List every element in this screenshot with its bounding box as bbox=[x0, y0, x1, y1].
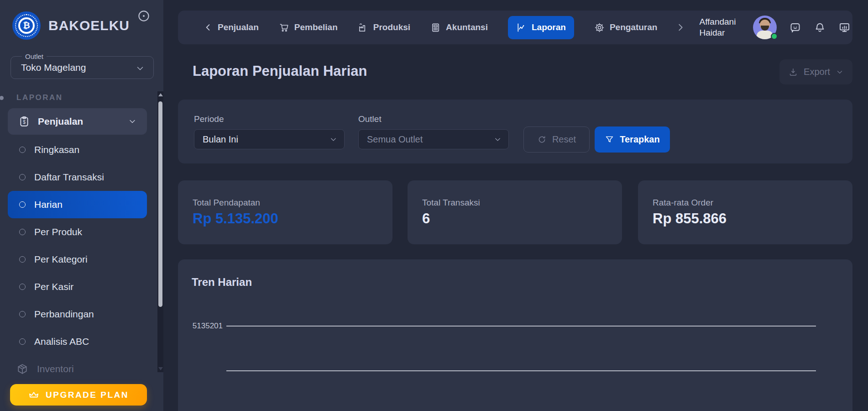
stat-card-total-pendapatan: Total Pendapatan Rp 5.135.200 bbox=[178, 180, 392, 244]
factory-icon bbox=[358, 22, 368, 33]
reset-button[interactable]: Reset bbox=[523, 126, 590, 153]
scrollbar-thumb[interactable] bbox=[158, 101, 162, 307]
radio-circle-icon bbox=[19, 338, 26, 345]
radio-circle-icon bbox=[19, 311, 26, 317]
periode-select[interactable]: Bulan Ini bbox=[194, 129, 345, 149]
filter-funnel-icon bbox=[605, 135, 614, 144]
y-axis-tick-label: 5135201 bbox=[182, 321, 223, 331]
refresh-icon bbox=[537, 135, 547, 144]
sidebar-item-ringkasan[interactable]: Ringkasan bbox=[0, 136, 163, 163]
outlet-select[interactable]: Semua Outlet bbox=[358, 129, 509, 149]
stat-value: 6 bbox=[422, 211, 430, 227]
nav-scroll-right-icon[interactable] bbox=[675, 22, 685, 32]
sidebar-item-label: Penjualan bbox=[38, 116, 83, 127]
crown-icon bbox=[28, 390, 39, 400]
outlet-filter-label: Outlet bbox=[358, 114, 382, 124]
terapkan-button[interactable]: Terapkan bbox=[595, 126, 670, 153]
bitcoin-glyph-icon: ₿ bbox=[20, 19, 33, 32]
periode-label: Periode bbox=[194, 114, 224, 124]
svg-text:$: $ bbox=[23, 120, 26, 125]
sidebar-item-harian[interactable]: Harian bbox=[8, 191, 147, 218]
reset-label: Reset bbox=[552, 134, 576, 145]
brand: ₿ BAKOELKU bbox=[12, 11, 154, 40]
daily-trend-chart-card: Tren Harian 5135201 bbox=[178, 259, 852, 411]
brand-logo-icon: ₿ bbox=[12, 11, 41, 40]
chart-title: Tren Harian bbox=[192, 276, 252, 289]
dashboard-monitor-icon[interactable] bbox=[838, 21, 851, 34]
chevron-down-icon bbox=[135, 63, 145, 74]
sidebar-item-analisis-abc[interactable]: Analisis ABC bbox=[0, 328, 163, 355]
avatar[interactable] bbox=[753, 16, 777, 39]
sidebar-item-per-produk[interactable]: Per Produk bbox=[0, 218, 163, 246]
radio-circle-icon bbox=[19, 201, 26, 208]
sidebar-item-perbandingan[interactable]: Perbandingan bbox=[0, 300, 163, 328]
upgrade-plan-button[interactable]: UPGRADE PLAN bbox=[10, 384, 147, 406]
sidebar-item-per-kategori[interactable]: Per Kategori bbox=[0, 246, 163, 273]
stat-label: Rata-rata Order bbox=[653, 198, 713, 208]
top-navigation-bar: Penjualan Pembelian Produksi Akuntansi L… bbox=[178, 11, 852, 44]
cart-icon bbox=[279, 22, 289, 33]
chart-gridline bbox=[226, 326, 816, 327]
tab-penjualan[interactable]: Penjualan bbox=[204, 22, 259, 32]
download-icon bbox=[788, 67, 798, 77]
chevron-down-icon bbox=[329, 135, 338, 144]
scroll-up-arrow[interactable] bbox=[157, 91, 163, 98]
sidebar-item-daftar-transaksi[interactable]: Daftar Transaksi bbox=[0, 163, 163, 191]
tab-laporan[interactable]: Laporan bbox=[508, 16, 574, 39]
chart-gridline bbox=[226, 370, 816, 371]
line-chart-icon bbox=[516, 22, 527, 33]
feedback-chat-icon[interactable] bbox=[789, 21, 801, 34]
chevron-down-icon bbox=[836, 68, 844, 76]
radio-circle-icon bbox=[19, 256, 26, 263]
stat-card-rata-rata-order: Rata-rata Order Rp 855.866 bbox=[638, 180, 852, 244]
terapkan-label: Terapkan bbox=[620, 134, 659, 145]
export-button[interactable]: Export bbox=[779, 59, 852, 84]
tab-produksi[interactable]: Produksi bbox=[358, 22, 410, 33]
sidebar-item-penjualan[interactable]: $ Penjualan bbox=[8, 108, 147, 135]
online-status-dot bbox=[771, 33, 778, 40]
tab-pengaturan[interactable]: Pengaturan bbox=[594, 22, 658, 33]
upgrade-plan-label: UPGRADE PLAN bbox=[46, 390, 129, 400]
chevron-down-icon bbox=[493, 135, 502, 144]
radio-circle-icon bbox=[19, 147, 26, 153]
package-icon bbox=[16, 363, 28, 375]
chevron-left-icon bbox=[204, 23, 213, 32]
sidebar-section-laporan: LAPORAN bbox=[16, 93, 63, 102]
outlet-selector[interactable]: Outlet Toko Magelang bbox=[10, 56, 154, 79]
calculator-icon bbox=[430, 22, 441, 33]
brand-name: BAKOELKU bbox=[48, 18, 130, 33]
stat-value: Rp 5.135.200 bbox=[193, 211, 278, 227]
tab-pembelian[interactable]: Pembelian bbox=[279, 22, 338, 33]
stat-card-total-transaksi: Total Transaksi 6 bbox=[408, 180, 622, 244]
periode-value: Bulan Ini bbox=[203, 134, 238, 145]
sidebar-item-per-kasir[interactable]: Per Kasir bbox=[0, 273, 163, 300]
export-label: Export bbox=[804, 67, 830, 77]
tab-akuntansi[interactable]: Akuntansi bbox=[430, 22, 488, 33]
sidebar-collapse-icon[interactable] bbox=[137, 9, 151, 23]
page-title: Laporan Penjualan Harian bbox=[193, 63, 367, 79]
scroll-down-arrow[interactable] bbox=[157, 365, 163, 372]
stat-label: Total Transaksi bbox=[422, 198, 480, 208]
stat-value: Rp 855.866 bbox=[653, 211, 727, 227]
stat-label: Total Pendapatan bbox=[193, 198, 260, 208]
sidebar: ₿ BAKOELKU Outlet Toko Magelang LAPORAN … bbox=[0, 0, 163, 411]
gear-icon bbox=[594, 22, 605, 33]
sidebar-submenu: Ringkasan Daftar Transaksi Harian Per Pr… bbox=[0, 136, 163, 383]
radio-circle-icon bbox=[19, 174, 26, 180]
section-bullet-icon bbox=[0, 96, 4, 100]
outlet-value: Toko Magelang bbox=[21, 62, 86, 73]
user-name[interactable]: Affandani Haidar bbox=[699, 16, 736, 38]
chevron-down-icon bbox=[128, 117, 137, 126]
notifications-bell-icon[interactable] bbox=[814, 21, 826, 34]
radio-circle-icon bbox=[19, 229, 26, 235]
filter-panel: Periode Bulan Ini Outlet Semua Outlet Re… bbox=[178, 100, 852, 163]
radio-circle-icon bbox=[19, 284, 26, 290]
outlet-filter-value: Semua Outlet bbox=[367, 134, 423, 145]
outlet-label: Outlet bbox=[22, 53, 47, 60]
sidebar-scrollbar[interactable] bbox=[157, 91, 163, 372]
sidebar-item-inventori[interactable]: Inventori bbox=[0, 355, 163, 383]
receipt-icon: $ bbox=[18, 116, 30, 127]
